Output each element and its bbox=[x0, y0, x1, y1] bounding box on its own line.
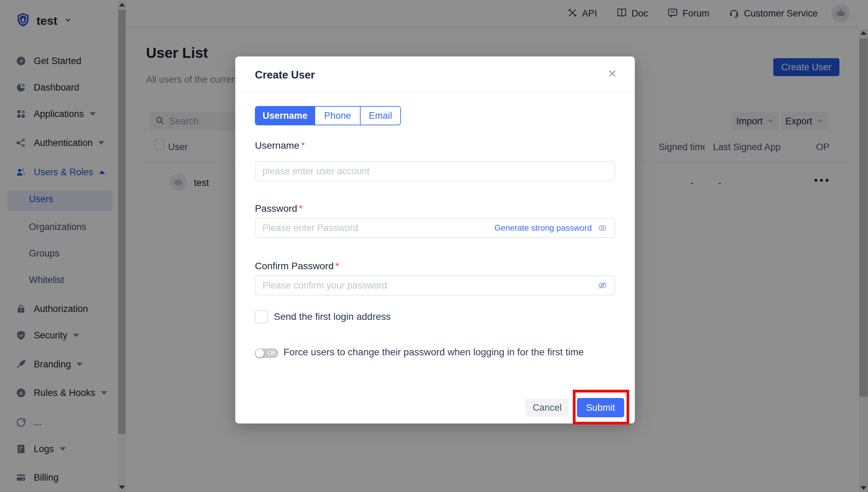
send-first-login-checkbox[interactable] bbox=[255, 310, 268, 323]
create-user-modal: Create User ✕ Username Phone Email Usern… bbox=[235, 56, 635, 423]
username-label: Username* bbox=[255, 140, 305, 151]
password-input[interactable] bbox=[262, 223, 494, 233]
tab-username[interactable]: Username bbox=[256, 107, 314, 125]
required-mark: * bbox=[299, 203, 303, 214]
confirm-password-field-wrap bbox=[255, 275, 615, 295]
force-change-password-toggle[interactable]: Off bbox=[255, 348, 278, 358]
cancel-button[interactable]: Cancel bbox=[525, 399, 569, 417]
username-input[interactable] bbox=[262, 166, 608, 177]
confirm-password-label-text: Confirm Password bbox=[255, 261, 334, 271]
app-screen: test Get Started Dashboard Applications … bbox=[0, 0, 868, 492]
password-field-wrap: Generate strong password bbox=[255, 218, 615, 238]
toggle-knob bbox=[256, 349, 264, 357]
account-type-tabs: Username Phone Email bbox=[255, 106, 401, 125]
password-label: Password* bbox=[255, 203, 303, 214]
generate-password-link[interactable]: Generate strong password bbox=[494, 223, 592, 233]
eye-off-icon[interactable] bbox=[597, 280, 608, 291]
modal-title: Create User bbox=[255, 69, 315, 81]
confirm-password-input[interactable] bbox=[262, 280, 597, 291]
username-label-text: Username bbox=[255, 140, 299, 151]
submit-button[interactable]: Submit bbox=[577, 398, 624, 417]
close-icon[interactable]: ✕ bbox=[608, 68, 617, 79]
password-label-text: Password bbox=[255, 203, 297, 214]
modal-header-divider bbox=[235, 92, 635, 93]
eye-icon[interactable] bbox=[597, 223, 608, 233]
required-mark: * bbox=[335, 261, 339, 271]
tab-phone[interactable]: Phone bbox=[314, 107, 360, 125]
tab-email[interactable]: Email bbox=[360, 107, 400, 125]
toggle-state-label: Off bbox=[268, 350, 275, 357]
force-change-password-label: Force users to change their password whe… bbox=[283, 347, 584, 358]
username-field-wrap bbox=[255, 161, 615, 181]
required-mark: * bbox=[301, 140, 305, 151]
send-first-login-label: Send the first login address bbox=[274, 311, 391, 322]
confirm-password-label: Confirm Password* bbox=[255, 261, 339, 272]
